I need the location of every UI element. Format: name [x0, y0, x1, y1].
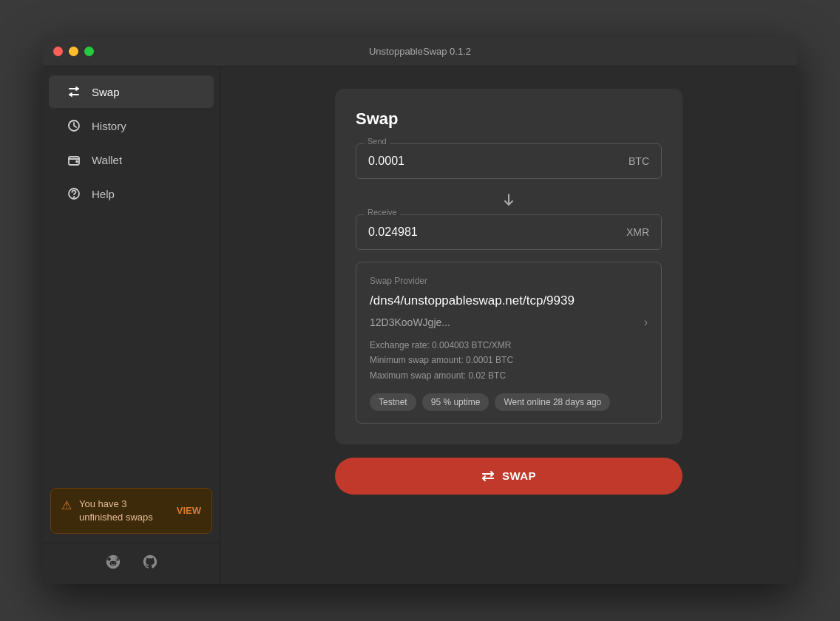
svg-point-10 — [114, 563, 115, 563]
svg-point-4 — [76, 161, 78, 163]
app-window: UnstoppableSwap 0.1.2 Swap — [43, 37, 797, 584]
card-title: Swap — [356, 109, 662, 129]
provider-address: /dns4/unstoppableswap.net/tcp/9939 — [370, 292, 648, 310]
receive-field[interactable]: 0.024981 XMR — [356, 214, 662, 250]
reddit-icon[interactable] — [105, 554, 121, 574]
badge-testnet: Testnet — [370, 393, 416, 411]
sidebar-item-wallet-label: Wallet — [92, 154, 122, 166]
help-icon — [67, 186, 81, 201]
send-label: Send — [365, 137, 390, 146]
app-content: Swap History — [43, 67, 797, 584]
sidebar-item-wallet[interactable]: Wallet — [49, 143, 214, 176]
minimize-button[interactable] — [69, 47, 78, 56]
provider-label: Swap Provider — [370, 276, 648, 286]
window-controls — [53, 47, 94, 56]
receive-field-group: Receive 0.024981 XMR — [356, 214, 662, 250]
provider-meta: Exchange rate: 0.004003 BTC/XMR Minimum … — [370, 338, 648, 383]
swap-button-label: SWAP — [502, 469, 536, 482]
provider-box: Swap Provider /dns4/unstoppableswap.net/… — [356, 262, 662, 424]
min-swap: Minimum swap amount: 0.0001 BTC — [370, 353, 648, 367]
sidebar-item-swap[interactable]: Swap — [49, 75, 214, 108]
warning-icon: ⚠ — [61, 498, 72, 512]
svg-point-6 — [74, 197, 75, 197]
sidebar: Swap History — [43, 67, 220, 584]
sidebar-item-swap-label: Swap — [92, 86, 120, 98]
receive-value: 0.024981 — [368, 225, 418, 239]
window-title: UnstoppableSwap 0.1.2 — [369, 46, 471, 57]
sidebar-item-history[interactable]: History — [49, 109, 214, 142]
svg-point-9 — [111, 563, 112, 563]
provider-peer-id: 12D3KooWJgje... — [370, 316, 450, 328]
svg-point-15 — [114, 556, 115, 557]
svg-point-13 — [115, 558, 117, 560]
direction-arrow — [356, 185, 662, 214]
close-button[interactable] — [53, 47, 63, 56]
unfinished-swaps-text: You have 3 unfinished swaps — [79, 498, 169, 524]
badge-uptime: 95 % uptime — [422, 393, 490, 411]
sidebar-footer — [43, 543, 220, 584]
main-content: Swap Send 0.0001 BTC — [220, 67, 797, 584]
provider-peer-row[interactable]: 12D3KooWJgje... › — [370, 316, 648, 329]
swap-card: Swap Send 0.0001 BTC — [335, 89, 682, 444]
exchange-rate: Exchange rate: 0.004003 BTC/XMR — [370, 338, 648, 353]
badge-online: Went online 28 days ago — [495, 393, 610, 411]
history-icon — [67, 118, 81, 133]
view-swaps-button[interactable]: VIEW — [177, 505, 201, 516]
sidebar-item-history-label: History — [92, 120, 126, 132]
send-field-group: Send 0.0001 BTC — [356, 143, 662, 179]
svg-point-12 — [107, 557, 111, 561]
receive-label: Receive — [365, 208, 400, 217]
wallet-icon — [67, 152, 81, 167]
unfinished-swaps-banner[interactable]: ⚠ You have 3 unfinished swaps VIEW — [50, 488, 212, 534]
swap-button[interactable]: SWAP — [335, 458, 682, 495]
send-value: 0.0001 — [368, 155, 404, 168]
sidebar-item-help[interactable]: Help — [49, 177, 214, 210]
sidebar-item-help-label: Help — [92, 188, 115, 200]
max-swap: Maximum swap amount: 0.02 BTC — [370, 368, 648, 383]
receive-currency: XMR — [626, 226, 649, 238]
send-field[interactable]: 0.0001 BTC — [356, 143, 662, 179]
chevron-right-icon: › — [644, 316, 648, 329]
nav-items: Swap History — [43, 67, 220, 479]
maximize-button[interactable] — [84, 47, 94, 56]
titlebar: UnstoppableSwap 0.1.2 — [43, 37, 797, 67]
provider-badges: Testnet 95 % uptime Went online 28 days … — [370, 393, 648, 411]
banner-left: ⚠ You have 3 unfinished swaps — [61, 498, 169, 524]
swap-icon — [67, 84, 81, 99]
github-icon[interactable] — [142, 554, 158, 574]
send-currency: BTC — [629, 155, 649, 167]
